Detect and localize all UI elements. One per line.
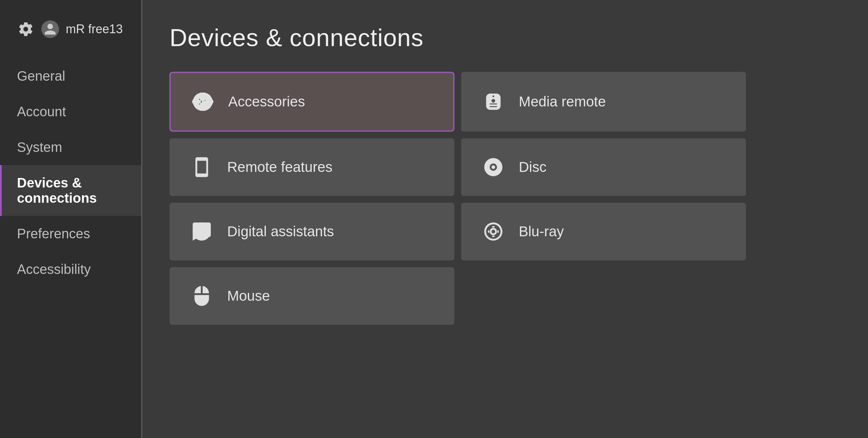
grid-item-disc[interactable]: Disc — [461, 138, 746, 196]
svg-rect-4 — [492, 236, 495, 237]
sidebar-header: mR free13 — [0, 20, 142, 58]
sidebar-item-general[interactable]: General — [0, 58, 142, 94]
sidebar-item-preferences[interactable]: Preferences — [0, 216, 142, 252]
sidebar-item-system[interactable]: System — [0, 130, 142, 165]
settings-icon[interactable] — [17, 20, 35, 38]
svg-rect-5 — [488, 230, 489, 233]
mouse-label: Mouse — [227, 288, 270, 304]
main-content: Devices & connections Accessories Media … — [142, 0, 868, 438]
bluray-icon — [481, 220, 505, 243]
accessories-label: Accessories — [228, 94, 305, 110]
devices-grid: Accessories Media remote Remote features — [170, 72, 746, 325]
grid-item-accessories[interactable]: Accessories — [170, 72, 454, 132]
gamepad-icon — [191, 90, 215, 114]
disc-icon — [481, 155, 505, 179]
remote-icon — [481, 90, 505, 114]
blu-ray-label: Blu-ray — [519, 223, 564, 240]
nav-menu: General Account System Devices & connect… — [0, 58, 142, 438]
remote-features-label: Remote features — [227, 159, 333, 175]
avatar — [41, 20, 59, 38]
svg-rect-6 — [497, 230, 499, 233]
mouse-icon — [190, 284, 214, 308]
grid-item-mouse[interactable]: Mouse — [170, 267, 454, 325]
grid-item-remote-features[interactable]: Remote features — [170, 138, 454, 196]
sidebar-item-devices[interactable]: Devices & connections — [0, 165, 142, 216]
svg-rect-3 — [492, 226, 495, 227]
grid-item-media-remote[interactable]: Media remote — [461, 72, 746, 132]
username-label: mR free13 — [66, 22, 123, 36]
phone-icon — [190, 155, 214, 179]
grid-item-blu-ray[interactable]: Blu-ray — [461, 203, 746, 260]
assistant-icon — [190, 220, 214, 243]
sidebar: mR free13 General Account System Devices… — [0, 0, 142, 438]
sidebar-item-account[interactable]: Account — [0, 94, 142, 130]
media-remote-label: Media remote — [519, 94, 606, 110]
sidebar-item-accessibility[interactable]: Accessibility — [0, 252, 142, 287]
page-title: Devices & connections — [170, 24, 841, 52]
grid-item-digital-assistants[interactable]: Digital assistants — [170, 203, 454, 260]
digital-assistants-label: Digital assistants — [227, 223, 334, 240]
disc-label: Disc — [519, 159, 547, 175]
